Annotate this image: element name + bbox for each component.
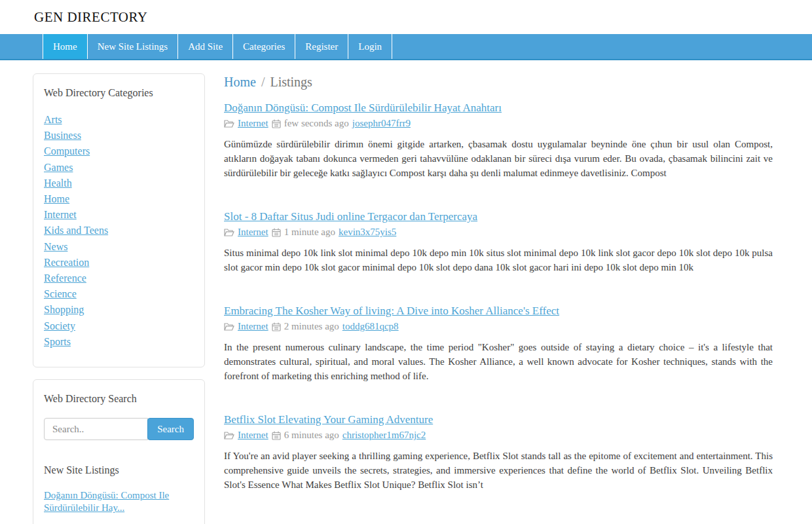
listing-description: In the present numerous culinary landsca… <box>224 340 773 383</box>
categories-heading: Web Directory Categories <box>44 87 194 99</box>
listing-description: Günümüzde sürdürülebilir dirimın önemi g… <box>224 137 773 180</box>
nav-item-categories[interactable]: Categories <box>233 34 295 59</box>
listing-meta: Internet 6 minutes ago christopher1m67nj… <box>224 430 773 441</box>
main-nav: Home New Site Listings Add Site Categori… <box>0 34 812 60</box>
listing-meta: Internet few seconds ago josephr047frr9 <box>224 118 773 129</box>
listing-meta: Internet 2 minutes ago toddg681qcp8 <box>224 321 773 332</box>
listing-time: 1 minute ago <box>284 227 335 238</box>
sidebar: Web Directory Categories Arts Business C… <box>33 73 205 524</box>
categories-box: Web Directory Categories Arts Business C… <box>33 73 205 367</box>
page-container: Web Directory Categories Arts Business C… <box>0 60 812 524</box>
category-link-home[interactable]: Home <box>44 193 69 204</box>
breadcrumb: Home/Listings <box>224 75 773 90</box>
category-link-recreation[interactable]: Recreation <box>44 257 89 268</box>
listing-description: Situs minimal depo 10k link slot minimal… <box>224 246 773 274</box>
search-button[interactable]: Search <box>147 418 194 440</box>
breadcrumb-current: Listings <box>270 75 312 89</box>
listing-title-link[interactable]: Doğanın Döngüsü: Compost Ile Sürdürülebi… <box>224 101 502 115</box>
category-link-games[interactable]: Games <box>44 162 73 173</box>
search-form: Search <box>44 418 194 440</box>
new-listing-link[interactable]: Doğanın Döngüsü: Compost Ile Sürdürülebi… <box>44 489 194 514</box>
category-link-reference[interactable]: Reference <box>44 272 86 284</box>
nav-item-new-site-listings[interactable]: New Site Listings <box>88 34 179 59</box>
site-title: GEN DIRECTORY <box>34 9 148 26</box>
new-site-listings-list: Doğanın Döngüsü: Compost Ile Sürdürülebi… <box>44 489 194 524</box>
listing-time: 2 minutes ago <box>284 321 339 332</box>
main-content: Home/Listings Doğanın Döngüsü: Compost I… <box>224 73 773 524</box>
breadcrumb-home-link[interactable]: Home <box>224 75 256 89</box>
site-header: GEN DIRECTORY <box>0 0 812 34</box>
listing-user-link[interactable]: toddg681qcp8 <box>342 321 399 332</box>
category-list: Arts Business Computers Games Health Hom… <box>44 112 194 350</box>
nav-item-add-site[interactable]: Add Site <box>178 34 233 59</box>
folder-icon <box>224 228 234 237</box>
calendar-icon <box>272 322 281 331</box>
listing-category-link[interactable]: Internet <box>238 321 268 332</box>
listing-user-link[interactable]: christopher1m67njc2 <box>342 430 426 441</box>
listing-description: If You're an avid player seeking a thril… <box>224 449 773 492</box>
listing-title-link[interactable]: Betflix Slot Elevating Your Gaming Adven… <box>224 413 433 427</box>
listing-category-link[interactable]: Internet <box>238 227 268 238</box>
listing-user-link[interactable]: josephr047frr9 <box>352 118 411 129</box>
category-link-computers[interactable]: Computers <box>44 145 90 157</box>
search-input[interactable] <box>44 418 148 440</box>
listing-category-link[interactable]: Internet <box>238 430 268 441</box>
listing-category-link[interactable]: Internet <box>238 118 268 129</box>
calendar-icon <box>272 119 281 128</box>
category-link-arts[interactable]: Arts <box>44 114 62 125</box>
listing-meta: Internet 1 minute ago kevin3x75yis5 <box>224 227 773 238</box>
listing-item: Embracing The Kosher Way of living: A Di… <box>224 304 773 383</box>
listing-time: 6 minutes ago <box>284 430 339 441</box>
listing-item: Doğanın Döngüsü: Compost Ile Sürdürülebi… <box>224 101 773 180</box>
listing-title-link[interactable]: EaseUS Todo PCTrans Pro Crack Reddit Mir… <box>224 521 540 524</box>
category-link-health[interactable]: Health <box>44 178 72 189</box>
category-link-news[interactable]: News <box>44 241 67 252</box>
category-link-kids-and-teens[interactable]: Kids and Teens <box>44 225 108 236</box>
category-link-shopping[interactable]: Shopping <box>44 304 84 315</box>
nav-item-register[interactable]: Register <box>295 34 348 59</box>
breadcrumb-separator: / <box>261 75 265 89</box>
listing-time: few seconds ago <box>284 118 349 129</box>
search-box: Web Directory Search Search New Site Lis… <box>33 379 205 524</box>
nav-item-login[interactable]: Login <box>348 34 392 59</box>
calendar-icon <box>272 228 281 237</box>
nav-list: Home New Site Listings Add Site Categori… <box>43 34 812 59</box>
category-link-society[interactable]: Society <box>44 320 75 331</box>
listing-title-link[interactable]: Embracing The Kosher Way of living: A Di… <box>224 304 559 318</box>
category-link-science[interactable]: Science <box>44 288 77 299</box>
listing-item: Slot - 8 Daftar Situs Judi online Tergac… <box>224 210 773 274</box>
listing-title-link[interactable]: Slot - 8 Daftar Situs Judi online Tergac… <box>224 210 477 224</box>
listing-user-link[interactable]: kevin3x75yis5 <box>339 227 396 238</box>
nav-item-home[interactable]: Home <box>43 34 88 59</box>
folder-icon <box>224 322 234 331</box>
folder-icon <box>224 119 234 128</box>
category-link-business[interactable]: Business <box>44 130 81 141</box>
category-link-sports[interactable]: Sports <box>44 336 71 347</box>
category-link-internet[interactable]: Internet <box>44 209 77 220</box>
listing-item: EaseUS Todo PCTrans Pro Crack Reddit Mir… <box>224 521 773 524</box>
new-site-listings-heading: New Site Listings <box>44 464 194 476</box>
listing-item: Betflix Slot Elevating Your Gaming Adven… <box>224 413 773 492</box>
search-heading: Web Directory Search <box>44 393 194 405</box>
calendar-icon <box>272 431 281 440</box>
folder-icon <box>224 431 234 440</box>
